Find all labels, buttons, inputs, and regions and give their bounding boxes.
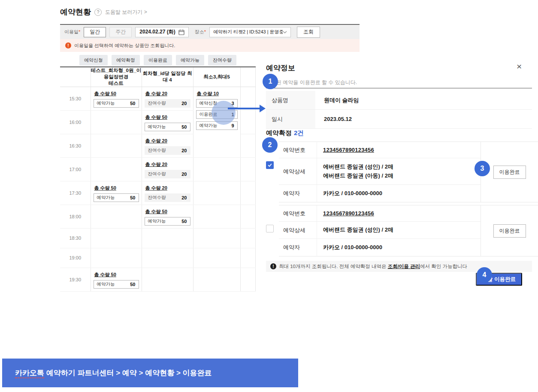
time-label: 19:00 (60, 248, 91, 268)
legend-pill-request[interactable]: 예약신청 (79, 55, 108, 66)
slot-status-box[interactable]: 잔여수량20 (145, 99, 190, 108)
panel-divider (266, 88, 532, 88)
reservation-booker-value: 카카오 / 010-0000-0000 (323, 244, 481, 251)
slot-status-value: 20 (181, 101, 187, 106)
slot-status-label: 잔여수량 (148, 195, 166, 201)
empty-cell (193, 228, 240, 248)
weekly-button[interactable]: 주간 (109, 27, 132, 37)
slot-status-label: 예약가능 (148, 218, 166, 224)
empty-cell (91, 110, 142, 134)
breadcrumb-highlight: 카카오톡 (15, 369, 44, 378)
usage-date-label: 이용일* (64, 29, 80, 35)
empty-cell (193, 248, 240, 268)
time-label: 16:30 (60, 134, 91, 157)
slot-total: 총 수량 50 (145, 208, 190, 215)
close-icon[interactable]: × (517, 62, 522, 71)
unchecked-checkbox[interactable] (266, 225, 274, 232)
slot-cell: 총 수량 20 잔여수량20 (142, 134, 193, 157)
reservation-number-row: 예약번호 1234567890123456 (279, 142, 481, 158)
calendar-icon (178, 29, 184, 35)
slot-total: 총 수량 50 (94, 90, 139, 97)
slot-cell: 총 수량 50 예약가능50 (91, 181, 142, 205)
time-label: 17:00 (60, 157, 91, 181)
schedule-row-1700: 17:00 총 수량 20 잔여수량20 (60, 157, 255, 181)
reservation-detail-line: 에버랜드 종일권 (아동) / 2매 (323, 172, 481, 180)
legend-pill-available[interactable]: 예약가능 (176, 55, 204, 66)
slot-status-box[interactable]: 잔여수량20 (145, 146, 190, 155)
manage-link[interactable]: 조회/이용 관리 (388, 264, 420, 269)
time-label: 15:30 (60, 87, 91, 110)
empty-cell (142, 268, 193, 291)
reservation-detail-label: 예약상세 (279, 158, 317, 184)
schedule-row-1830: 18:30 (60, 228, 255, 248)
empty-cell (193, 205, 240, 228)
slot-total: 총 수량 20 (145, 161, 190, 168)
help-link[interactable]: 도움말 보러가기 > (105, 9, 147, 16)
slot-status-value: 50 (130, 195, 135, 200)
empty-cell (91, 205, 142, 228)
empty-cell (193, 181, 240, 205)
slot-status-box[interactable]: 예약가능50 (145, 217, 190, 226)
empty-cell (91, 157, 142, 181)
breadcrumb-rest: 예약하기 파트너센터 > 예약 > 예약현황 > 이용완료 (44, 369, 212, 377)
filter-notice-text: 이용일을 선택하여 예약하는 상품만 조회됩니다. (74, 42, 175, 49)
page-title: 예약현황 (60, 7, 91, 17)
empty-cell (91, 228, 142, 248)
panel-notice: ! 최대 10개까지 조회됩니다. 전체 예약확정 내역은 조회/이용 관리에서… (266, 261, 532, 272)
slot-status-box[interactable]: 예약가능50 (145, 123, 190, 131)
confirmed-heading: 예약확정2건 (266, 129, 304, 137)
empty-cell (240, 157, 255, 181)
slot-status-box[interactable]: 예약가능50 (94, 99, 139, 108)
place-select-value: 예약하기 티켓2 | ID:5243 | 운영중 (213, 29, 283, 35)
time-label: 19:30 (60, 268, 91, 291)
info-icon: ! (270, 263, 276, 269)
checked-checkbox[interactable] (266, 161, 274, 169)
product-name-row: 상품명 원데이 슬라임 (266, 91, 532, 110)
step-badge-3: 3 (475, 161, 490, 176)
product-column-header-1: 테스트_회차형_0원_이용일정변경테스트 (91, 67, 142, 87)
legend-pill-confirmed[interactable]: 예약확정 (112, 55, 140, 66)
slot-total: 총 수량 20 (145, 185, 190, 191)
reservation-number-link[interactable]: 1234567890123456 (323, 210, 481, 217)
slot-status-box[interactable]: 예약가능50 (94, 280, 139, 289)
search-button[interactable]: 조회 (297, 27, 320, 38)
schedule-row-1900: 19:00 (60, 248, 255, 268)
slot-total: 총 수량 10 (197, 90, 238, 97)
date-field[interactable]: 2024.02.27 (화) (135, 27, 188, 37)
slot-total: 총 수량 50 (145, 114, 190, 121)
slot-cell: 총 수량 50 예약가능50 (142, 205, 193, 228)
slot-status-box[interactable]: 잔여수량20 (145, 193, 190, 202)
empty-cell (142, 228, 193, 248)
place-select[interactable]: 예약하기 티켓2 | ID:5243 | 운영중 (209, 27, 291, 37)
reservation-table: 예약번호 1234567890123456 예약상세 에버랜드 종일권 (성인)… (279, 142, 538, 202)
reservation-detail-line: 에버랜드 종일권 (성인) / 2매 (323, 163, 481, 171)
check-icon (267, 163, 272, 168)
reservation-number-link[interactable]: 1234567890123456 (323, 147, 481, 153)
slot-status-box[interactable]: 잔여수량20 (145, 170, 190, 178)
slot-status-box[interactable]: 예약가능50 (94, 193, 139, 202)
slot-total: 총 수량 20 (145, 138, 190, 144)
reservation-detail-row: 예약상세 에버랜드 종일권 (성인) / 2매 (279, 222, 481, 239)
empty-cell (240, 110, 255, 134)
time-label: 18:00 (60, 205, 91, 228)
time-column-header (60, 67, 91, 87)
complete-button[interactable]: 이용완료 (493, 166, 526, 179)
reservation-status-page: 예약현황 ? 도움말 보러가기 > 이용일* 일간 주간 2024.02.27 … (0, 0, 538, 392)
panel-subtitle: 확정된 예약을 이용완료 할 수 있습니다. (266, 79, 357, 86)
complete-button-column: 이용완료 (481, 205, 538, 256)
legend-pill-remaining[interactable]: 잔여수량 (208, 55, 236, 66)
slot-status-value: 9 (231, 123, 234, 128)
empty-cell (91, 134, 142, 157)
schedule-header-row: 테스트_회차형_0원_이용일정변경테스트 회차형_id당 일정당 최대 4 최소… (60, 67, 255, 87)
legend-pill-completed[interactable]: 이용완료 (144, 55, 172, 66)
slot-status-value: 50 (130, 282, 135, 287)
alert-icon: ! (65, 42, 71, 48)
help-icon[interactable]: ? (94, 9, 102, 16)
daily-button[interactable]: 일간 (84, 27, 106, 37)
step-badge-1: 1 (263, 74, 278, 89)
reservation-number-label: 예약번호 (279, 142, 317, 158)
product-info-table: 상품명 원데이 슬라임 일시 2023.05.12 (266, 91, 532, 129)
empty-cell (240, 87, 255, 110)
complete-button[interactable]: 이용완료 (493, 224, 526, 238)
breadcrumb-banner: 카카오톡 예약하기 파트너센터 > 예약 > 예약현황 > 이용완료 (2, 359, 298, 387)
